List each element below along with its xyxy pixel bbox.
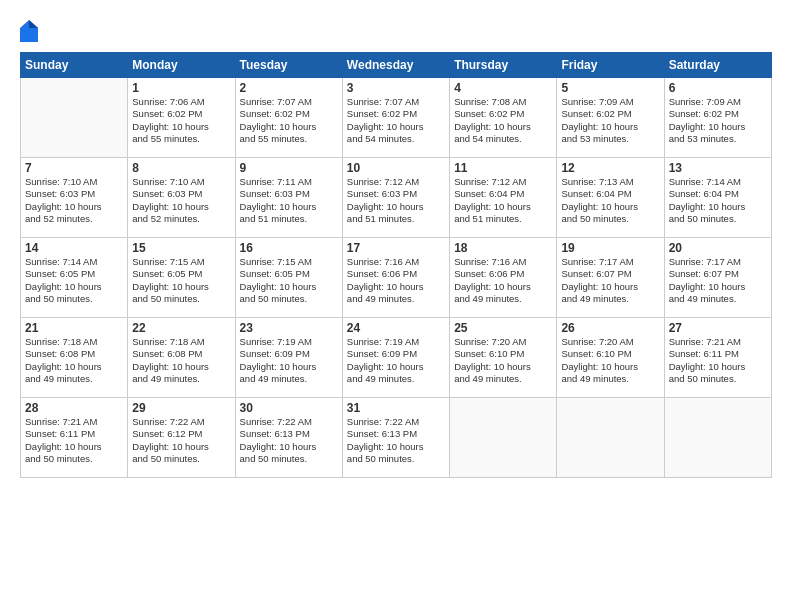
logo-icon xyxy=(20,20,38,42)
day-info: Sunrise: 7:12 AM Sunset: 6:04 PM Dayligh… xyxy=(454,176,552,225)
day-number: 4 xyxy=(454,81,552,95)
day-info: Sunrise: 7:22 AM Sunset: 6:13 PM Dayligh… xyxy=(240,416,338,465)
calendar-cell: 10Sunrise: 7:12 AM Sunset: 6:03 PM Dayli… xyxy=(342,158,449,238)
day-number: 30 xyxy=(240,401,338,415)
calendar-cell: 26Sunrise: 7:20 AM Sunset: 6:10 PM Dayli… xyxy=(557,318,664,398)
day-info: Sunrise: 7:18 AM Sunset: 6:08 PM Dayligh… xyxy=(25,336,123,385)
calendar-cell: 25Sunrise: 7:20 AM Sunset: 6:10 PM Dayli… xyxy=(450,318,557,398)
page: SundayMondayTuesdayWednesdayThursdayFrid… xyxy=(0,0,792,612)
day-info: Sunrise: 7:07 AM Sunset: 6:02 PM Dayligh… xyxy=(347,96,445,145)
calendar-week-row: 21Sunrise: 7:18 AM Sunset: 6:08 PM Dayli… xyxy=(21,318,772,398)
calendar-cell: 19Sunrise: 7:17 AM Sunset: 6:07 PM Dayli… xyxy=(557,238,664,318)
calendar-cell: 9Sunrise: 7:11 AM Sunset: 6:03 PM Daylig… xyxy=(235,158,342,238)
day-info: Sunrise: 7:16 AM Sunset: 6:06 PM Dayligh… xyxy=(454,256,552,305)
day-info: Sunrise: 7:11 AM Sunset: 6:03 PM Dayligh… xyxy=(240,176,338,225)
day-info: Sunrise: 7:20 AM Sunset: 6:10 PM Dayligh… xyxy=(454,336,552,385)
day-number: 31 xyxy=(347,401,445,415)
day-number: 8 xyxy=(132,161,230,175)
day-number: 24 xyxy=(347,321,445,335)
calendar-cell: 14Sunrise: 7:14 AM Sunset: 6:05 PM Dayli… xyxy=(21,238,128,318)
day-number: 7 xyxy=(25,161,123,175)
calendar-cell: 22Sunrise: 7:18 AM Sunset: 6:08 PM Dayli… xyxy=(128,318,235,398)
day-number: 21 xyxy=(25,321,123,335)
day-number: 29 xyxy=(132,401,230,415)
svg-marker-1 xyxy=(29,20,38,28)
calendar-cell: 3Sunrise: 7:07 AM Sunset: 6:02 PM Daylig… xyxy=(342,78,449,158)
calendar-cell: 27Sunrise: 7:21 AM Sunset: 6:11 PM Dayli… xyxy=(664,318,771,398)
day-number: 22 xyxy=(132,321,230,335)
day-info: Sunrise: 7:14 AM Sunset: 6:05 PM Dayligh… xyxy=(25,256,123,305)
calendar-cell: 7Sunrise: 7:10 AM Sunset: 6:03 PM Daylig… xyxy=(21,158,128,238)
day-number: 9 xyxy=(240,161,338,175)
logo xyxy=(20,20,42,42)
day-info: Sunrise: 7:21 AM Sunset: 6:11 PM Dayligh… xyxy=(669,336,767,385)
day-info: Sunrise: 7:12 AM Sunset: 6:03 PM Dayligh… xyxy=(347,176,445,225)
calendar-cell: 24Sunrise: 7:19 AM Sunset: 6:09 PM Dayli… xyxy=(342,318,449,398)
day-number: 6 xyxy=(669,81,767,95)
calendar-table: SundayMondayTuesdayWednesdayThursdayFrid… xyxy=(20,52,772,478)
day-number: 15 xyxy=(132,241,230,255)
day-number: 12 xyxy=(561,161,659,175)
calendar-cell: 29Sunrise: 7:22 AM Sunset: 6:12 PM Dayli… xyxy=(128,398,235,478)
day-info: Sunrise: 7:15 AM Sunset: 6:05 PM Dayligh… xyxy=(132,256,230,305)
day-info: Sunrise: 7:08 AM Sunset: 6:02 PM Dayligh… xyxy=(454,96,552,145)
calendar-cell: 21Sunrise: 7:18 AM Sunset: 6:08 PM Dayli… xyxy=(21,318,128,398)
calendar-weekday-monday: Monday xyxy=(128,53,235,78)
calendar-cell: 28Sunrise: 7:21 AM Sunset: 6:11 PM Dayli… xyxy=(21,398,128,478)
calendar-week-row: 14Sunrise: 7:14 AM Sunset: 6:05 PM Dayli… xyxy=(21,238,772,318)
day-info: Sunrise: 7:18 AM Sunset: 6:08 PM Dayligh… xyxy=(132,336,230,385)
day-info: Sunrise: 7:14 AM Sunset: 6:04 PM Dayligh… xyxy=(669,176,767,225)
day-number: 18 xyxy=(454,241,552,255)
day-info: Sunrise: 7:07 AM Sunset: 6:02 PM Dayligh… xyxy=(240,96,338,145)
calendar-week-row: 7Sunrise: 7:10 AM Sunset: 6:03 PM Daylig… xyxy=(21,158,772,238)
day-number: 2 xyxy=(240,81,338,95)
day-number: 13 xyxy=(669,161,767,175)
day-info: Sunrise: 7:13 AM Sunset: 6:04 PM Dayligh… xyxy=(561,176,659,225)
day-number: 26 xyxy=(561,321,659,335)
day-number: 3 xyxy=(347,81,445,95)
day-info: Sunrise: 7:20 AM Sunset: 6:10 PM Dayligh… xyxy=(561,336,659,385)
day-info: Sunrise: 7:15 AM Sunset: 6:05 PM Dayligh… xyxy=(240,256,338,305)
day-info: Sunrise: 7:22 AM Sunset: 6:12 PM Dayligh… xyxy=(132,416,230,465)
calendar-header-row: SundayMondayTuesdayWednesdayThursdayFrid… xyxy=(21,53,772,78)
calendar-cell: 12Sunrise: 7:13 AM Sunset: 6:04 PM Dayli… xyxy=(557,158,664,238)
day-number: 5 xyxy=(561,81,659,95)
calendar-cell: 18Sunrise: 7:16 AM Sunset: 6:06 PM Dayli… xyxy=(450,238,557,318)
day-info: Sunrise: 7:21 AM Sunset: 6:11 PM Dayligh… xyxy=(25,416,123,465)
calendar-week-row: 1Sunrise: 7:06 AM Sunset: 6:02 PM Daylig… xyxy=(21,78,772,158)
day-number: 19 xyxy=(561,241,659,255)
calendar-cell: 20Sunrise: 7:17 AM Sunset: 6:07 PM Dayli… xyxy=(664,238,771,318)
calendar-weekday-sunday: Sunday xyxy=(21,53,128,78)
calendar-cell xyxy=(21,78,128,158)
calendar-weekday-thursday: Thursday xyxy=(450,53,557,78)
calendar-cell: 8Sunrise: 7:10 AM Sunset: 6:03 PM Daylig… xyxy=(128,158,235,238)
calendar-cell xyxy=(450,398,557,478)
day-info: Sunrise: 7:16 AM Sunset: 6:06 PM Dayligh… xyxy=(347,256,445,305)
calendar-cell: 1Sunrise: 7:06 AM Sunset: 6:02 PM Daylig… xyxy=(128,78,235,158)
calendar-cell: 5Sunrise: 7:09 AM Sunset: 6:02 PM Daylig… xyxy=(557,78,664,158)
day-info: Sunrise: 7:17 AM Sunset: 6:07 PM Dayligh… xyxy=(669,256,767,305)
calendar-cell xyxy=(664,398,771,478)
day-info: Sunrise: 7:09 AM Sunset: 6:02 PM Dayligh… xyxy=(669,96,767,145)
calendar-week-row: 28Sunrise: 7:21 AM Sunset: 6:11 PM Dayli… xyxy=(21,398,772,478)
day-number: 1 xyxy=(132,81,230,95)
day-info: Sunrise: 7:10 AM Sunset: 6:03 PM Dayligh… xyxy=(132,176,230,225)
day-number: 27 xyxy=(669,321,767,335)
calendar-weekday-wednesday: Wednesday xyxy=(342,53,449,78)
calendar-cell: 16Sunrise: 7:15 AM Sunset: 6:05 PM Dayli… xyxy=(235,238,342,318)
calendar-cell: 17Sunrise: 7:16 AM Sunset: 6:06 PM Dayli… xyxy=(342,238,449,318)
day-number: 23 xyxy=(240,321,338,335)
day-info: Sunrise: 7:19 AM Sunset: 6:09 PM Dayligh… xyxy=(240,336,338,385)
day-info: Sunrise: 7:17 AM Sunset: 6:07 PM Dayligh… xyxy=(561,256,659,305)
day-number: 25 xyxy=(454,321,552,335)
calendar-weekday-tuesday: Tuesday xyxy=(235,53,342,78)
calendar-weekday-saturday: Saturday xyxy=(664,53,771,78)
day-number: 10 xyxy=(347,161,445,175)
calendar-cell: 15Sunrise: 7:15 AM Sunset: 6:05 PM Dayli… xyxy=(128,238,235,318)
day-info: Sunrise: 7:09 AM Sunset: 6:02 PM Dayligh… xyxy=(561,96,659,145)
calendar-cell xyxy=(557,398,664,478)
day-number: 14 xyxy=(25,241,123,255)
day-number: 17 xyxy=(347,241,445,255)
calendar-cell: 13Sunrise: 7:14 AM Sunset: 6:04 PM Dayli… xyxy=(664,158,771,238)
calendar-cell: 11Sunrise: 7:12 AM Sunset: 6:04 PM Dayli… xyxy=(450,158,557,238)
